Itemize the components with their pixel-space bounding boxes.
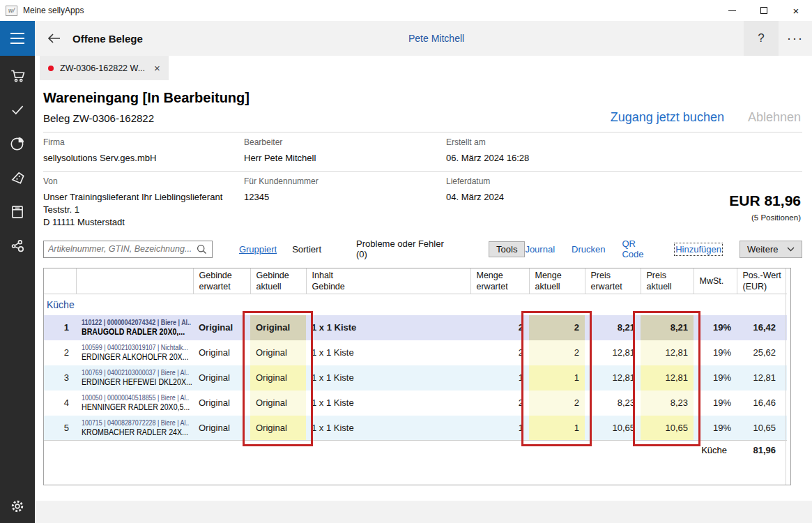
article-cell: 100599 | 04002103019107 | Nichtalk...ERD…	[76, 340, 193, 365]
field-value: Herr Pete Mitchell	[244, 152, 446, 165]
group-label: Küche	[44, 294, 787, 315]
table-row[interactable]: 2 100599 | 04002103019107 | Nichtalk...E…	[44, 340, 787, 365]
problems-filter[interactable]: Probleme oder Fehler (0)	[356, 238, 457, 259]
col-inhalt-gebinde: InhaltGebinde	[306, 268, 470, 294]
positions-table: Gebindeerwartet Gebindeaktuell InhaltGeb…	[44, 268, 787, 460]
tag-icon	[9, 169, 26, 186]
add-link[interactable]: Hinzufügen	[675, 244, 721, 255]
col-pos-wert: Pos.-Wert(EUR)	[737, 268, 787, 294]
help-icon: ?	[758, 31, 764, 45]
menge-aktuell-cell[interactable]: 1	[529, 416, 585, 441]
group-row-kueche[interactable]: Küche	[44, 294, 787, 315]
field-value: sellysolutions Serv.ges.mbH	[43, 152, 244, 165]
field-bearbeiter: Bearbeiter Herr Pete Mitchell	[244, 137, 446, 165]
page-title: Offene Belege	[72, 33, 143, 45]
gebinde-aktuell-cell[interactable]: Original	[250, 315, 306, 340]
menge-aktuell-cell[interactable]: 1	[529, 365, 585, 391]
positions-toolbar: Gruppiert Sortiert Probleme oder Fehler …	[43, 240, 802, 258]
field-value: 06. März 2024 16:28	[446, 152, 802, 165]
table-row[interactable]: 1 110122 | 00000042074342 | Biere | Al..…	[44, 315, 787, 340]
preis-aktuell-cell[interactable]: 10,65	[641, 416, 694, 441]
fields-row-2: Von Unser Trainingslieferant Ihr Lieblin…	[43, 172, 802, 236]
tools-button[interactable]: Tools	[489, 241, 525, 257]
preis-aktuell-cell[interactable]: 12,81	[641, 340, 694, 365]
group-sum-value: 81,96	[737, 441, 787, 460]
positions-table-container: Gebindeerwartet Gebindeaktuell InhaltGeb…	[43, 268, 791, 485]
status-strip	[35, 501, 812, 523]
tab-label: ZW-0306-162822 W...	[60, 63, 145, 73]
journal-link[interactable]: Journal	[525, 244, 555, 255]
article-cell: 100715 | 04008287072228 | Biere | Al..KR…	[76, 416, 193, 441]
search-input[interactable]	[44, 244, 197, 254]
preis-aktuell-cell[interactable]: 8,23	[641, 391, 694, 416]
scrollbar-gutter[interactable]	[786, 268, 786, 485]
close-button[interactable]: ×	[780, 0, 812, 21]
tab-close-icon[interactable]: ×	[154, 62, 160, 74]
article-cell: 100050 | 00000040518855 | Biere | Al..HE…	[76, 391, 193, 416]
print-link[interactable]: Drucken	[572, 244, 605, 255]
sidebar-item-cart[interactable]	[9, 67, 26, 84]
book-receipt-button[interactable]: Zugang jetzt buchen	[611, 110, 724, 125]
article-cell: 100769 | 04002103000037 | Biere | Al..ER…	[76, 365, 193, 391]
col-position	[44, 268, 76, 294]
sidebar-item-catalog[interactable]	[9, 204, 26, 220]
hamburger-menu-button[interactable]	[0, 21, 35, 56]
gebinde-aktuell-cell[interactable]: Original	[250, 365, 306, 391]
table-row[interactable]: 3 100769 | 04002103000037 | Biere | Al..…	[44, 365, 787, 391]
search-icon[interactable]	[197, 244, 207, 255]
back-button[interactable]	[43, 28, 64, 49]
user-name-link[interactable]: Pete Mitchell	[408, 33, 464, 44]
sidebar-item-reports[interactable]	[9, 135, 26, 152]
pie-chart-icon	[9, 135, 26, 152]
grouped-toggle[interactable]: Gruppiert	[239, 244, 277, 255]
field-value: Unser Trainingslieferant Ihr Lieblingsli…	[43, 191, 244, 229]
main-area: ZW-0306-162822 W... × Wareneingang [In B…	[35, 56, 812, 523]
checkmark-icon	[9, 101, 26, 118]
menge-aktuell-cell[interactable]: 2	[529, 340, 585, 365]
sidebar-item-share[interactable]	[9, 238, 26, 255]
col-menge-erwartet: Mengeerwartet	[470, 268, 529, 294]
gebinde-aktuell-cell[interactable]: Original	[250, 340, 306, 365]
more-dropdown-button[interactable]: Weitere	[740, 241, 802, 258]
field-label: Bearbeiter	[244, 137, 446, 148]
article-cell: 110122 | 00000042074342 | Biere | Al..BR…	[76, 315, 193, 340]
sidebar-nav	[0, 56, 35, 523]
menge-aktuell-cell[interactable]: 2	[529, 315, 585, 340]
fields-row-1: Firma sellysolutions Serv.ges.mbH Bearbe…	[43, 132, 802, 172]
tab-document[interactable]: ZW-0306-162822 W... ×	[40, 56, 169, 80]
hamburger-icon	[10, 33, 24, 34]
search-box[interactable]	[43, 241, 213, 258]
window-title: Meine sellyApps	[23, 6, 84, 15]
field-label: Von	[43, 176, 244, 187]
field-von: Von Unser Trainingslieferant Ihr Lieblin…	[43, 176, 244, 229]
more-options-button[interactable]: ···	[779, 21, 812, 56]
book-icon	[9, 204, 26, 220]
col-gebinde-aktuell: Gebindeaktuell	[250, 268, 306, 294]
field-erstellt-am: Erstellt am 06. März 2024 16:28	[446, 137, 802, 165]
preis-aktuell-cell[interactable]: 8,21	[641, 315, 694, 340]
table-row[interactable]: 5 100715 | 04008287072228 | Biere | Al..…	[44, 416, 787, 441]
cart-icon	[9, 67, 26, 84]
document-content: Wareneingang [In Bearbeitung] Beleg ZW-0…	[35, 89, 812, 485]
reject-button[interactable]: Ablehnen	[748, 110, 801, 125]
gebinde-aktuell-cell[interactable]: Original	[250, 391, 306, 416]
sidebar-item-prices[interactable]	[9, 169, 26, 186]
field-value: 12345	[244, 191, 446, 204]
col-article	[76, 268, 193, 294]
menge-aktuell-cell[interactable]: 2	[529, 391, 585, 416]
maximize-button[interactable]	[748, 0, 780, 21]
sidebar-item-tasks[interactable]	[9, 101, 26, 118]
gebinde-aktuell-cell[interactable]: Original	[250, 416, 306, 441]
minimize-button[interactable]	[716, 0, 748, 21]
gear-icon	[9, 498, 26, 515]
sidebar-item-settings[interactable]	[9, 498, 26, 515]
preis-aktuell-cell[interactable]: 12,81	[641, 365, 694, 391]
field-label: Erstellt am	[446, 137, 802, 148]
unsaved-dot-icon	[48, 66, 54, 71]
sorted-toggle[interactable]: Sortiert	[292, 244, 321, 255]
ellipsis-icon: ···	[787, 31, 804, 46]
field-kundennummer: Für Kundennummer 12345	[244, 176, 446, 229]
qr-code-link[interactable]: QR Code	[622, 238, 659, 259]
table-row[interactable]: 4 100050 | 00000040518855 | Biere | Al..…	[44, 391, 787, 416]
help-button[interactable]: ?	[744, 21, 779, 56]
